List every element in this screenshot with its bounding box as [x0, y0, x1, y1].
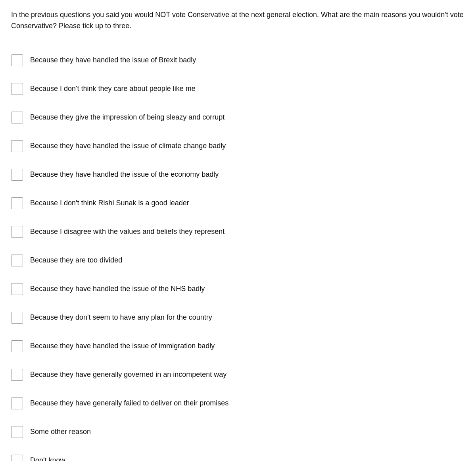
option-label-promises[interactable]: Because they have generally failed to de… [30, 398, 228, 408]
checkbox-other[interactable] [11, 426, 23, 438]
list-item: Because they have handled the issue of i… [11, 332, 465, 361]
list-item: Because they have generally failed to de… [11, 389, 465, 418]
list-item: Because they are too divided [11, 246, 465, 275]
checkbox-climate[interactable] [11, 140, 23, 152]
list-item: Because they have handled the issue of t… [11, 275, 465, 303]
list-item: Because they give the impression of bein… [11, 103, 465, 132]
option-label-incompetent[interactable]: Because they have generally governed in … [30, 370, 226, 380]
option-label-immigration[interactable]: Because they have handled the issue of i… [30, 341, 215, 351]
checkbox-sleazy[interactable] [11, 112, 23, 123]
checkbox-economy[interactable] [11, 169, 23, 181]
option-label-climate[interactable]: Because they have handled the issue of c… [30, 141, 226, 151]
list-item: Because they don't seem to have any plan… [11, 303, 465, 332]
option-label-dontknow[interactable]: Don't know [30, 455, 65, 461]
checkbox-care[interactable] [11, 83, 23, 95]
options-list: Because they have handled the issue of B… [11, 46, 465, 461]
option-label-other[interactable]: Some other reason [30, 427, 91, 437]
list-item: Because they have handled the issue of B… [11, 46, 465, 75]
option-label-nhs[interactable]: Because they have handled the issue of t… [30, 284, 205, 294]
checkbox-values[interactable] [11, 226, 23, 238]
list-item: Because they have generally governed in … [11, 361, 465, 389]
checkbox-immigration[interactable] [11, 340, 23, 352]
checkbox-incompetent[interactable] [11, 369, 23, 381]
checkbox-dontknow[interactable] [11, 455, 23, 461]
list-item: Because I don't think they care about pe… [11, 75, 465, 103]
list-item: Because I don't think Rishi Sunak is a g… [11, 189, 465, 218]
list-item: Because they have handled the issue of t… [11, 160, 465, 189]
option-label-sunak[interactable]: Because I don't think Rishi Sunak is a g… [30, 198, 189, 208]
list-item: Some other reason [11, 418, 465, 446]
list-item: Don't know [11, 446, 465, 461]
checkbox-sunak[interactable] [11, 197, 23, 209]
option-label-sleazy[interactable]: Because they give the impression of bein… [30, 112, 225, 122]
option-label-economy[interactable]: Because they have handled the issue of t… [30, 170, 219, 179]
list-item: Because they have handled the issue of c… [11, 132, 465, 160]
option-label-plan[interactable]: Because they don't seem to have any plan… [30, 312, 212, 322]
checkbox-divided[interactable] [11, 255, 23, 266]
question-text: In the previous questions you said you w… [11, 10, 465, 32]
option-label-values[interactable]: Because I disagree with the values and b… [30, 227, 225, 237]
list-item: Because I disagree with the values and b… [11, 218, 465, 246]
option-label-brexit[interactable]: Because they have handled the issue of B… [30, 55, 196, 65]
checkbox-plan[interactable] [11, 312, 23, 324]
checkbox-promises[interactable] [11, 397, 23, 409]
checkbox-brexit[interactable] [11, 54, 23, 66]
checkbox-nhs[interactable] [11, 283, 23, 295]
option-label-care[interactable]: Because I don't think they care about pe… [30, 84, 196, 94]
option-label-divided[interactable]: Because they are too divided [30, 255, 122, 265]
